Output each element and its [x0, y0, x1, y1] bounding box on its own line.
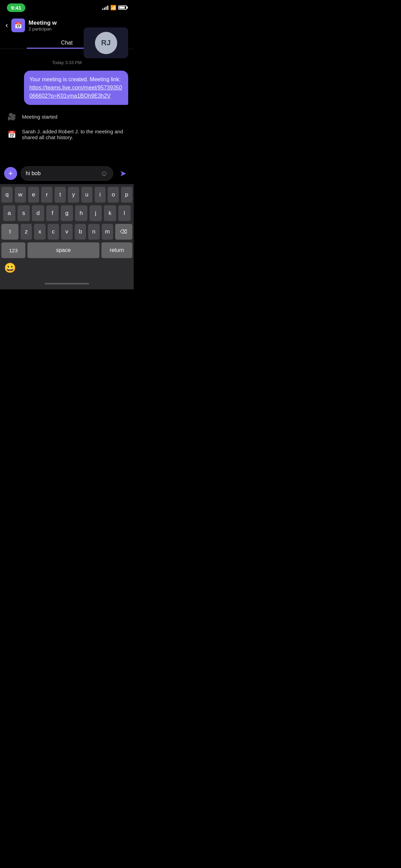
- meeting-avatar: 📅: [11, 19, 25, 32]
- emoji-face-icon[interactable]: 😀: [4, 262, 16, 274]
- keyboard: q w e r t y u i o p a s d f g h j k l ⇧ …: [0, 184, 134, 278]
- key-o[interactable]: o: [108, 187, 119, 203]
- keyboard-bottom: 😀: [1, 261, 132, 276]
- signal-icon: [102, 5, 108, 10]
- key-r[interactable]: r: [41, 187, 52, 203]
- return-key[interactable]: return: [101, 242, 132, 258]
- key-q[interactable]: q: [1, 187, 13, 203]
- keyboard-row-1: q w e r t y u i o p: [1, 187, 132, 203]
- space-key[interactable]: space: [27, 242, 99, 258]
- key-z[interactable]: z: [21, 224, 32, 240]
- key-u[interactable]: u: [81, 187, 93, 203]
- key-g[interactable]: g: [61, 205, 73, 221]
- system-message-added: 📅 Sarah J. added Robert J. to the meetin…: [5, 128, 128, 141]
- key-e[interactable]: e: [28, 187, 39, 203]
- keyboard-row-4: 123 space return: [1, 242, 132, 258]
- key-n[interactable]: n: [88, 224, 99, 240]
- backspace-key[interactable]: ⌫: [115, 224, 132, 240]
- system-text-started: Meeting started: [22, 114, 57, 120]
- status-bar: 9:41 📶: [0, 0, 134, 15]
- video-icon: 🎥: [5, 110, 18, 123]
- key-c[interactable]: c: [48, 224, 59, 240]
- plus-icon: +: [9, 170, 13, 177]
- meeting-icon: 📅: [14, 22, 22, 29]
- video-overlay[interactable]: RJ: [84, 27, 128, 58]
- chat-timestamp: Today 3:33 PM: [5, 60, 128, 65]
- message-input[interactable]: [26, 170, 98, 177]
- key-a[interactable]: a: [3, 205, 15, 221]
- wifi-icon: 📶: [110, 5, 116, 10]
- system-text-added: Sarah J. added Robert J. to the meeting …: [22, 129, 128, 140]
- home-indicator: [0, 278, 134, 289]
- calendar-icon: 📅: [5, 128, 18, 141]
- key-j[interactable]: j: [89, 205, 102, 221]
- key-x[interactable]: x: [34, 224, 45, 240]
- send-icon: ➤: [120, 169, 126, 178]
- shift-key[interactable]: ⇧: [1, 224, 19, 240]
- meeting-title: Meeting w: [28, 20, 128, 26]
- key-m[interactable]: m: [102, 224, 113, 240]
- key-y[interactable]: y: [68, 187, 79, 203]
- system-message-started: 🎥 Meeting started: [5, 110, 128, 123]
- key-w[interactable]: w: [15, 187, 26, 203]
- key-p[interactable]: p: [121, 187, 132, 203]
- key-f[interactable]: f: [46, 205, 59, 221]
- back-button[interactable]: ‹: [5, 21, 8, 30]
- keyboard-row-2: a s d f g h j k l: [1, 205, 132, 221]
- key-s[interactable]: s: [17, 205, 30, 221]
- send-button[interactable]: ➤: [117, 167, 130, 180]
- key-t[interactable]: t: [54, 187, 66, 203]
- key-d[interactable]: d: [32, 205, 44, 221]
- key-h[interactable]: h: [75, 205, 87, 221]
- participant-avatar: RJ: [95, 32, 117, 54]
- key-k[interactable]: k: [104, 205, 116, 221]
- key-b[interactable]: b: [75, 224, 86, 240]
- meeting-link[interactable]: https://teams.live.com/meet/957393500666…: [29, 85, 122, 99]
- participant-initials: RJ: [101, 38, 111, 47]
- status-time: 9:41: [7, 3, 25, 12]
- message-input-wrapper: ☺: [21, 166, 113, 181]
- add-button[interactable]: +: [4, 167, 17, 180]
- numbers-key[interactable]: 123: [1, 242, 25, 258]
- battery-icon: [118, 5, 127, 10]
- emoji-button[interactable]: ☺: [100, 169, 108, 178]
- key-i[interactable]: i: [95, 187, 106, 203]
- keyboard-row-3: ⇧ z x c v b n m ⌫: [1, 224, 132, 240]
- key-v[interactable]: v: [61, 224, 72, 240]
- key-l[interactable]: l: [118, 205, 131, 221]
- home-bar: [45, 283, 89, 285]
- input-area: + ☺ ➤: [0, 163, 134, 184]
- status-icons: 📶: [102, 5, 127, 10]
- chat-area: Today 3:33 PM Your meeting is created. M…: [0, 49, 134, 163]
- message-bubble: Your meeting is created. Meeting link: h…: [24, 71, 128, 105]
